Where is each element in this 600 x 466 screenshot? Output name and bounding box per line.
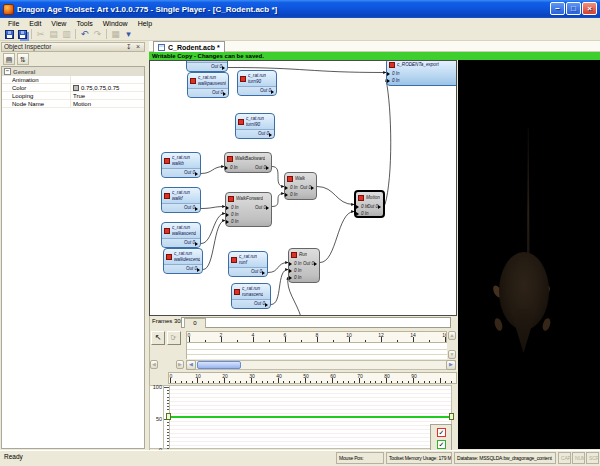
title-bar[interactable]: Dragon Age Toolset: Art v1.0.0.775 - Sin… bbox=[0, 0, 600, 18]
property-value[interactable] bbox=[71, 76, 144, 83]
graph-node-export[interactable]: c_RODENTa_export0 In0 In bbox=[386, 60, 457, 86]
graph-node-turnl90[interactable]: c_rat.runturnl90Out 0 bbox=[235, 113, 275, 139]
menu-window[interactable]: Window bbox=[98, 20, 133, 27]
save-all-icon[interactable] bbox=[16, 28, 29, 40]
graph-node-run[interactable]: Run0 InOut 00 In0 In bbox=[288, 248, 320, 283]
node-input-port[interactable]: 0 In bbox=[387, 70, 457, 77]
alphabetical-sort-button[interactable]: ⇅ bbox=[17, 53, 29, 65]
close-button[interactable]: × bbox=[582, 2, 597, 15]
status-database: Database: MSSQLDA:bw_dragonage_content bbox=[454, 452, 556, 464]
node-output-port[interactable]: Out 0 bbox=[187, 62, 227, 71]
node-input-port[interactable]: 0 In bbox=[285, 191, 316, 198]
node-output-port[interactable]: Out 0 bbox=[229, 267, 267, 276]
graph-node-motion[interactable]: Motion0 InOut 00 In bbox=[354, 190, 385, 218]
graph-node-walk[interactable]: Walk0 InOut 00 In bbox=[284, 172, 317, 200]
node-input-port[interactable]: 0 In bbox=[356, 210, 383, 217]
dropdown-icon[interactable]: ▾ bbox=[122, 28, 135, 40]
node-input-port[interactable]: 0 InOut 0 bbox=[289, 260, 319, 267]
graph-node-runf[interactable]: c_rat.runrunfOut 0 bbox=[228, 251, 268, 277]
save-icon[interactable] bbox=[3, 28, 16, 40]
in-label: 0 In bbox=[231, 219, 239, 224]
model-viewport[interactable] bbox=[458, 60, 600, 449]
category-row-general[interactable]: −General bbox=[2, 67, 144, 76]
tab-c-rodent[interactable]: C_Rodent.acb * bbox=[153, 41, 225, 52]
node-input-port[interactable]: 0 InOut 0 bbox=[226, 204, 271, 211]
categorized-view-button[interactable]: ▤ bbox=[3, 53, 15, 65]
graph-node-walkbackward[interactable]: WalkBackward0 InOut 0 bbox=[224, 152, 272, 173]
pan-tool-button[interactable]: ☞ bbox=[167, 331, 181, 345]
node-input-port[interactable]: 0 In bbox=[226, 211, 271, 218]
node-output-port[interactable]: Out 0 bbox=[232, 299, 270, 308]
menu-view[interactable]: View bbox=[46, 20, 71, 27]
minimize-button[interactable]: − bbox=[550, 2, 565, 15]
keyframe-curve[interactable] bbox=[169, 416, 451, 418]
curve-handle-left[interactable] bbox=[166, 413, 171, 420]
node-header: Motion bbox=[356, 192, 383, 203]
node-output-port[interactable]: Out 0 bbox=[164, 264, 202, 273]
node-input-port[interactable]: 0 In bbox=[226, 218, 271, 225]
ruler-tick bbox=[451, 381, 452, 383]
pointer-tool-button[interactable]: ↖ bbox=[151, 331, 165, 345]
property-value[interactable]: Motion bbox=[71, 100, 144, 107]
node-input-port[interactable]: 0 In bbox=[289, 267, 319, 274]
current-frame-indicator[interactable]: 0 bbox=[184, 318, 206, 328]
property-row-looping[interactable]: LoopingTrue bbox=[2, 92, 144, 100]
graph-node-walkascend[interactable]: c_rat.runwalkascendOut 0 bbox=[161, 222, 201, 248]
node-output-port[interactable]: Out 0 bbox=[162, 168, 200, 177]
node-input-port[interactable]: 0 InOut 0 bbox=[285, 184, 316, 191]
graph-node-walkforward[interactable]: WalkForward0 InOut 00 In0 In bbox=[225, 192, 272, 227]
property-row-color[interactable]: Color0.75,0.75,0.75 bbox=[2, 84, 144, 92]
node-output-port[interactable]: Out 0 bbox=[162, 203, 200, 212]
node-input-port[interactable]: 0 In bbox=[387, 77, 457, 84]
property-value[interactable]: True bbox=[71, 92, 144, 99]
node-output-port[interactable]: Out 0 bbox=[367, 203, 378, 210]
node-output-port[interactable]: Out 0 bbox=[188, 88, 228, 97]
menu-help[interactable]: Help bbox=[133, 20, 157, 27]
graph-node-walkf[interactable]: c_rat.runwalkfOut 0 bbox=[161, 187, 201, 213]
graph-node-turn90a[interactable]: c_rat.runturn90Out 0 bbox=[237, 70, 277, 96]
node-output-port[interactable]: Out 0 bbox=[255, 164, 266, 171]
graph-canvas[interactable]: Out 0c_rat.runwalkpausesniffOut 0c_RODEN… bbox=[149, 60, 457, 316]
curve-visibility-checkbox-1[interactable]: ✓ bbox=[437, 440, 446, 449]
node-output-port[interactable]: Out 0 bbox=[255, 204, 266, 211]
inspector-header[interactable]: Object Inspector ↧ × bbox=[1, 42, 145, 52]
out-port-marker bbox=[222, 66, 227, 70]
timeline-rows[interactable] bbox=[186, 343, 447, 359]
property-row-animation[interactable]: Animation bbox=[2, 76, 144, 84]
anim-icon bbox=[227, 156, 233, 162]
undo-icon[interactable]: ↶ bbox=[78, 28, 91, 40]
curve-ruler[interactable]: 0102030405060708090 bbox=[168, 372, 457, 384]
curve-handle-right[interactable] bbox=[449, 413, 454, 420]
timeline-ruler[interactable]: 0246810121416 bbox=[186, 331, 447, 343]
property-label: Node Name bbox=[2, 100, 71, 107]
graph-node-hidden_top[interactable]: Out 0 bbox=[186, 60, 228, 72]
node-input-port[interactable]: 0 In bbox=[289, 274, 319, 281]
graph-node-walkb[interactable]: c_rat.runwalkbOut 0 bbox=[161, 152, 201, 178]
node-input-port[interactable]: 0 InOut 0 bbox=[356, 203, 383, 210]
node-input-port[interactable]: 0 InOut 0 bbox=[225, 164, 271, 171]
menu-tools[interactable]: Tools bbox=[71, 20, 97, 27]
paste-icon: ▥ bbox=[60, 28, 73, 40]
graph-node-runascend[interactable]: c_rat.runrunascendOut 0 bbox=[231, 283, 271, 309]
maximize-button[interactable]: □ bbox=[566, 2, 581, 15]
in-port-marker bbox=[289, 262, 294, 266]
ruler-tick bbox=[333, 340, 334, 343]
pin-icon[interactable]: ↧ bbox=[124, 43, 134, 51]
node-output-port[interactable]: Out 0 bbox=[236, 129, 274, 138]
graph-node-walkdescend[interactable]: c_rat.runwalkdescendOut 0 bbox=[163, 248, 203, 274]
node-output-port[interactable]: Out 0 bbox=[162, 238, 200, 247]
ruler-tick bbox=[202, 381, 203, 383]
collapse-icon[interactable]: − bbox=[4, 68, 11, 75]
menu-file[interactable]: File bbox=[3, 20, 24, 27]
status-scrl: SCRL bbox=[586, 452, 599, 464]
node-output-port[interactable]: Out 0 bbox=[303, 260, 314, 267]
node-output-port[interactable]: Out 0 bbox=[238, 86, 276, 95]
frame-track[interactable] bbox=[181, 317, 451, 328]
property-value[interactable]: 0.75,0.75,0.75 bbox=[71, 84, 144, 91]
graph-node-walkpause[interactable]: c_rat.runwalkpausesniffOut 0 bbox=[187, 72, 229, 98]
curve-visibility-checkbox-0[interactable]: ✓ bbox=[437, 428, 446, 437]
menu-edit[interactable]: Edit bbox=[24, 20, 46, 27]
close-panel-icon[interactable]: × bbox=[134, 43, 142, 51]
node-output-port[interactable]: Out 0 bbox=[300, 184, 311, 191]
property-row-node-name[interactable]: Node NameMotion bbox=[2, 100, 144, 108]
